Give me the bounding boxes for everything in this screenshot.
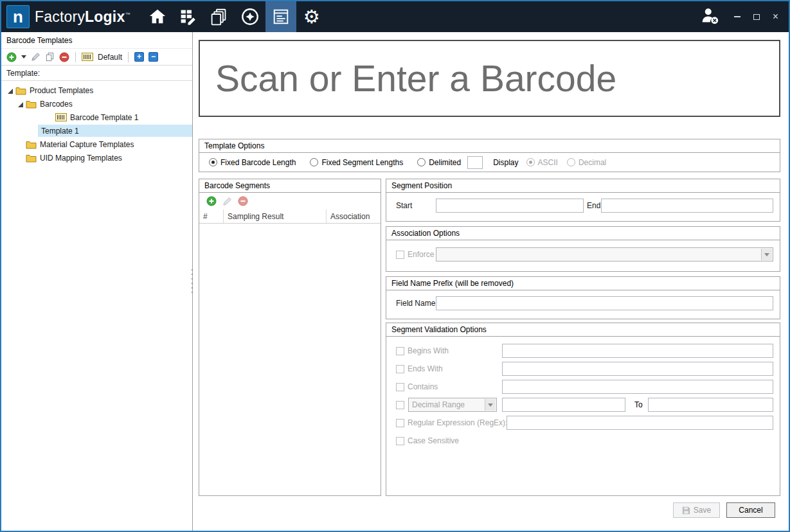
sidebar: Barcode Templates Default + −: [1, 32, 193, 531]
app-title: FactoryLogix™: [35, 8, 130, 26]
tree-item-barcodes[interactable]: Barcodes: [1, 97, 192, 111]
to-label: To: [634, 400, 643, 409]
window-controls: ×: [734, 12, 778, 21]
templates-icon[interactable]: [265, 1, 296, 32]
production-icon[interactable]: [173, 1, 204, 32]
case-sensitive-checkbox[interactable]: [396, 437, 404, 445]
titlebar: n FactoryLogix™: [1, 1, 789, 32]
add-dropdown-caret-icon[interactable]: [21, 55, 26, 58]
regex-input[interactable]: [507, 416, 773, 430]
column-header-sampling-result[interactable]: Sampling Result: [224, 209, 327, 223]
trademark: ™: [125, 12, 130, 17]
combobox-dropdown-button[interactable]: [761, 249, 772, 260]
segment-position-group: Segment Position Start End: [386, 179, 780, 222]
user-status-icon: [700, 6, 720, 25]
association-combobox[interactable]: [436, 247, 773, 262]
expand-all-button[interactable]: +: [134, 52, 144, 62]
navigator-icon: [240, 7, 260, 26]
maximize-button[interactable]: [753, 12, 760, 21]
delimiter-input[interactable]: [467, 156, 483, 169]
template-section-label: Template:: [1, 66, 192, 81]
template-options-row: Fixed Barcode Length Fixed Segment Lengt…: [199, 153, 780, 172]
folder-icon: [15, 86, 26, 95]
save-icon: [682, 506, 690, 515]
range-checkbox[interactable]: [396, 401, 404, 409]
display-ascii-radio[interactable]: [526, 158, 535, 166]
display-decimal-label: Decimal: [579, 158, 606, 167]
copy-template-button[interactable]: [45, 52, 55, 62]
edit-segment-button[interactable]: [222, 197, 232, 206]
tree-item-template-1-selected[interactable]: Template 1: [1, 124, 192, 137]
expander-icon[interactable]: [17, 101, 23, 107]
gear-icon: ⚙: [303, 8, 320, 26]
add-segment-button[interactable]: [206, 196, 217, 206]
range-from-input[interactable]: [502, 398, 625, 412]
enforce-label: Enforce: [408, 250, 434, 259]
tree-item-material-capture-templates[interactable]: Material Capture Templates: [1, 137, 192, 151]
expander-icon[interactable]: [6, 87, 13, 94]
tree-item-barcode-template-1[interactable]: Barcode Template 1: [1, 111, 192, 124]
toolbar-separator: [128, 52, 129, 62]
tree-item-product-templates[interactable]: Product Templates: [1, 84, 192, 97]
brand-light: Factory: [35, 8, 85, 25]
regex-checkbox[interactable]: [396, 419, 404, 427]
remove-icon: [59, 52, 69, 62]
field-name-prefix-group: Field Name Prefix (will be removed) Fiel…: [386, 276, 780, 319]
user-status-icon[interactable]: [700, 6, 720, 27]
save-button[interactable]: Save: [673, 502, 720, 518]
fixed-segment-lengths-radio[interactable]: [310, 158, 318, 166]
display-decimal-radio[interactable]: [567, 158, 575, 166]
close-button[interactable]: ×: [773, 12, 778, 21]
edit-template-button[interactable]: [31, 52, 40, 62]
main-panel: Scan or Enter a Barcode Template Options…: [194, 32, 789, 531]
combobox-dropdown-button[interactable]: [485, 399, 496, 411]
association-options-group: Association Options Enforce: [386, 226, 780, 272]
field-name-label: Field Name: [396, 299, 435, 308]
folder-icon: [26, 154, 37, 163]
minimize-button[interactable]: [734, 12, 741, 21]
maximize-icon: [753, 14, 760, 20]
range-row: Decimal Range To: [386, 396, 780, 414]
case-sensitive-label: Case Sensitive: [408, 436, 459, 445]
group-title: Barcode Segments: [199, 179, 381, 193]
collapse-all-button[interactable]: −: [148, 52, 158, 62]
tree-item-label: Product Templates: [30, 86, 93, 95]
materials-icon[interactable]: [204, 1, 235, 32]
app-logo: n: [6, 5, 30, 28]
column-header-number[interactable]: #: [199, 209, 224, 223]
range-to-input[interactable]: [648, 398, 773, 412]
add-template-button[interactable]: [6, 52, 17, 62]
segments-table-header: # Sampling Result Association: [199, 209, 381, 224]
tree-item-uid-mapping-templates[interactable]: UID Mapping Templates: [1, 151, 192, 164]
end-input[interactable]: [601, 199, 773, 213]
begins-with-input[interactable]: [502, 344, 773, 358]
range-type-combobox[interactable]: Decimal Range: [408, 398, 497, 412]
navigator-icon[interactable]: [235, 1, 265, 32]
materials-icon: [210, 8, 228, 26]
contains-input[interactable]: [502, 380, 773, 394]
sidebar-toolbar: Default + −: [1, 49, 192, 66]
minimize-icon: [734, 16, 741, 17]
enforce-checkbox[interactable]: [396, 251, 404, 259]
group-title: Segment Position: [386, 179, 780, 193]
remove-template-button[interactable]: [59, 52, 69, 62]
settings-gear-icon[interactable]: ⚙: [296, 1, 327, 32]
fixed-barcode-length-radio[interactable]: [209, 158, 217, 166]
barcode-scan-box[interactable]: Scan or Enter a Barcode: [199, 40, 780, 117]
start-input[interactable]: [436, 199, 584, 213]
group-title: Association Options: [386, 227, 780, 240]
cancel-button[interactable]: Cancel: [726, 502, 775, 518]
ends-with-input[interactable]: [502, 362, 773, 376]
field-name-input[interactable]: [436, 296, 773, 310]
begins-with-checkbox[interactable]: [396, 347, 404, 355]
brand-bold: Logix: [85, 8, 125, 25]
templates-icon: [271, 7, 291, 26]
case-sensitive-row: Case Sensitive: [386, 432, 780, 450]
folder-icon: [26, 140, 37, 149]
delimited-radio[interactable]: [417, 158, 426, 166]
contains-checkbox[interactable]: [396, 383, 404, 391]
column-header-association[interactable]: Association: [327, 209, 381, 223]
home-icon[interactable]: [142, 1, 173, 32]
ends-with-checkbox[interactable]: [396, 365, 404, 373]
remove-segment-button[interactable]: [238, 196, 248, 206]
